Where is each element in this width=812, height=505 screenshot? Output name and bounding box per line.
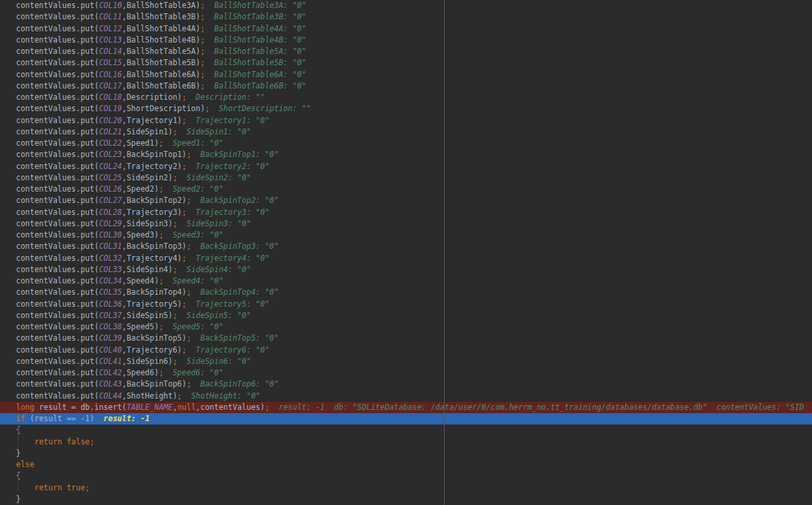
code-line[interactable]: }	[0, 494, 812, 505]
code-line[interactable]: contentValues.put(COL14,BallShotTable5A)…	[0, 46, 812, 57]
code-token: contentValues.put(	[16, 345, 99, 355]
code-token: COL33	[99, 265, 122, 274]
code-line[interactable]: contentValues.put(COL42,Speed6); Speed6:…	[0, 367, 812, 379]
code-line[interactable]: contentValues.put(COL20,Trajectory1); Tr…	[0, 115, 812, 126]
code-token: ,BallShotTable6A)	[122, 70, 200, 79]
code-token: ,BallShotTable4B)	[122, 35, 200, 45]
code-token: contentValues.put(	[16, 379, 99, 389]
code-line[interactable]: contentValues.put(COL17,BallShotTable6B)…	[0, 81, 812, 92]
code-line[interactable]: contentValues.put(COL32,Trajectory4); Tr…	[0, 253, 812, 264]
code-line[interactable]: contentValues.put(COL25,SideSpin2); Side…	[0, 172, 812, 184]
code-token: contentValues.put(	[16, 242, 99, 251]
code-token: COL17	[99, 81, 122, 90]
code-token: COL12	[99, 24, 122, 33]
code-token: ;	[200, 81, 205, 90]
code-token: contentValues.put(	[16, 322, 99, 331]
code-line[interactable]: contentValues.put(COL41,SideSpin6); Side…	[0, 356, 812, 367]
code-line[interactable]: {	[0, 470, 812, 482]
code-line[interactable]: contentValues.put(COL26,Speed2); Speed2:…	[0, 184, 812, 195]
code-token: return true	[35, 483, 85, 492]
code-token: contentValues.put(	[16, 150, 99, 159]
code-token: COL28	[99, 208, 122, 217]
code-token: contentValues.put(	[16, 253, 99, 263]
code-token: COL39	[99, 333, 122, 343]
code-line[interactable]: contentValues.put(COL11,BallShotTable3B)…	[0, 11, 812, 23]
code-line-execution-point[interactable]: if (result == -1) result: -1	[0, 413, 812, 424]
inline-debug-value: BackSpinTop4: "0"	[191, 287, 279, 297]
code-token: contentValues.put(	[16, 81, 99, 90]
code-token: contentValues.put(	[16, 368, 99, 377]
code-token: contentValues.put(	[16, 196, 99, 205]
code-token: contentValues.put(	[16, 116, 99, 125]
code-line[interactable]: contentValues.put(COL15,BallShotTable5B)…	[0, 57, 812, 69]
code-token: ,Trajectory6)	[122, 345, 182, 355]
code-lines: contentValues.put(COL10,BallShotTable3A)…	[0, 0, 812, 505]
code-token: ;	[200, 1, 205, 10]
code-token: ,BallShotTable4A)	[122, 24, 200, 33]
code-line[interactable]: contentValues.put(COL28,Trajectory3); Tr…	[0, 207, 812, 218]
code-line[interactable]: contentValues.put(COL27,BackSpinTop2); B…	[0, 195, 812, 206]
code-line[interactable]: contentValues.put(COL34,Speed4); Speed4:…	[0, 275, 812, 287]
code-token: COL30	[99, 230, 122, 240]
code-token: contentValues.put(	[16, 58, 99, 67]
code-line[interactable]: return false;	[0, 436, 812, 448]
code-line[interactable]: {	[0, 424, 812, 436]
code-token: if	[16, 414, 25, 423]
code-token: COL24	[99, 162, 122, 171]
code-line[interactable]: contentValues.put(COL33,SideSpin4); Side…	[0, 264, 812, 275]
code-line[interactable]: contentValues.put(COL31,BackSpinTop3); B…	[0, 241, 812, 252]
code-line[interactable]: contentValues.put(COL39,BackSpinTop5); B…	[0, 333, 812, 344]
code-line[interactable]: contentValues.put(COL19,ShortDescription…	[0, 103, 812, 114]
code-token: ,Trajectory5)	[122, 299, 182, 309]
code-line[interactable]: contentValues.put(COL44,ShotHeight); Sho…	[0, 391, 812, 402]
code-token: ;	[90, 437, 95, 446]
code-line[interactable]: contentValues.put(COL36,Trajectory5); Tr…	[0, 299, 812, 310]
inline-debug-value: ShotHeight: "0"	[182, 391, 260, 401]
code-line[interactable]: contentValues.put(COL22,Speed1); Speed1:…	[0, 138, 812, 149]
code-token: contentValues.put(	[16, 173, 99, 182]
code-token: ,Speed6)	[122, 368, 158, 377]
code-token: ,SideSpin5)	[122, 311, 172, 320]
code-token: ,BackSpinTop2)	[122, 196, 186, 205]
code-line[interactable]: contentValues.put(COL38,Speed5); Speed5:…	[0, 321, 812, 333]
code-token: ,SideSpin6)	[122, 357, 172, 366]
inline-debug-value: BackSpinTop5: "0"	[191, 333, 279, 343]
code-token: contentValues.put(	[16, 265, 99, 274]
code-token: COL36	[99, 299, 122, 309]
code-line[interactable]: contentValues.put(COL10,BallShotTable3A)…	[0, 0, 812, 11]
code-token: contentValues.put(	[16, 184, 99, 194]
code-line[interactable]: }	[0, 448, 812, 459]
code-line[interactable]: contentValues.put(COL29,SideSpin3); Side…	[0, 218, 812, 230]
code-token: ,BackSpinTop5)	[122, 333, 186, 343]
code-line[interactable]: contentValues.put(COL35,BackSpinTop4); B…	[0, 287, 812, 298]
code-line[interactable]: contentValues.put(COL21,SideSpin1); Side…	[0, 126, 812, 138]
code-token: COL11	[99, 12, 122, 21]
code-token: contentValues.put(	[16, 35, 99, 45]
code-token: ,BallShotTable5A)	[122, 47, 200, 56]
code-token: long	[16, 403, 35, 412]
code-line[interactable]: return true;	[0, 482, 812, 494]
code-token: ,BallShotTable5B)	[122, 58, 200, 67]
code-line[interactable]: contentValues.put(COL16,BallShotTable6A)…	[0, 69, 812, 81]
code-token: ,BackSpinTop1)	[122, 150, 186, 159]
code-line[interactable]: contentValues.put(COL18,Description); De…	[0, 92, 812, 103]
code-token: ,SideSpin1)	[122, 127, 172, 136]
code-token: contentValues.put(	[16, 24, 99, 33]
code-line[interactable]: contentValues.put(COL43,BackSpinTop6); B…	[0, 379, 812, 390]
code-line[interactable]: else	[0, 459, 812, 470]
code-token: COL29	[99, 219, 122, 228]
code-line[interactable]: contentValues.put(COL24,Trajectory2); Tr…	[0, 161, 812, 172]
code-line-breakpoint[interactable]: long result = db.insert(TABLE_NAME,null,…	[0, 402, 812, 413]
code-line[interactable]: contentValues.put(COL37,SideSpin5); Side…	[0, 310, 812, 321]
code-line[interactable]: contentValues.put(COL30,Speed3); Speed3:…	[0, 230, 812, 241]
code-line[interactable]: contentValues.put(COL13,BallShotTable4B)…	[0, 35, 812, 46]
code-line[interactable]: contentValues.put(COL23,BackSpinTop1); B…	[0, 149, 812, 160]
inline-debug-value: BallShotTable4A: "0"	[205, 24, 306, 33]
code-token: contentValues.put(	[16, 208, 99, 217]
code-token: contentValues.put(	[16, 127, 99, 136]
code-line[interactable]: contentValues.put(COL40,Trajectory6); Tr…	[0, 345, 812, 356]
inline-debug-value: Trajectory4: "0"	[186, 253, 270, 263]
inline-debug-value: BackSpinTop1: "0"	[191, 150, 279, 159]
inline-debug-value: Speed5: "0"	[164, 322, 224, 331]
code-line[interactable]: contentValues.put(COL12,BallShotTable4A)…	[0, 23, 812, 35]
